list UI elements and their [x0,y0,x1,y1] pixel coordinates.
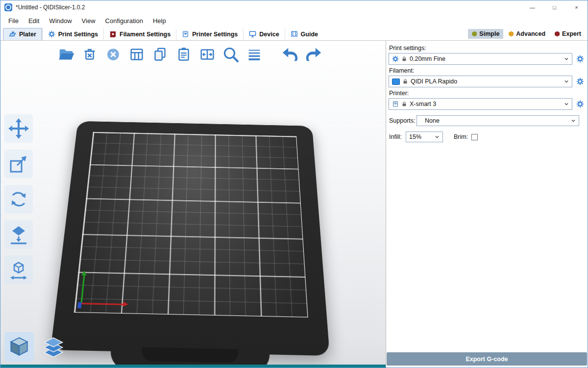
filament-label: Filament: [389,67,585,74]
tab-label: Filament Settings [120,31,171,38]
minimize-button[interactable]: — [521,0,543,14]
supports-combo[interactable]: None [416,115,579,126]
variable-layer-height-button[interactable] [244,44,265,65]
printer-value: X-smart 3 [410,101,562,107]
redo-button[interactable] [303,44,324,65]
gear-icon [576,55,584,63]
open-folder-icon [57,45,75,64]
mode-advanced[interactable]: Advanced [505,29,549,39]
print-settings-value: 0.20mm Fine [410,55,562,62]
simple-mode-icon [472,31,477,37]
tab-print-settings[interactable]: Print Settings [42,28,103,40]
viewport-bottom-strip [0,365,386,368]
plate-handle [109,343,270,368]
plate-frame [50,121,330,356]
copy-button[interactable] [149,44,171,65]
export-gcode-button[interactable]: Export G-code [387,352,587,366]
redo-icon [304,45,323,64]
device-monitor-icon [249,30,256,38]
supports-value: None [425,117,568,124]
printer-gear-button[interactable] [576,100,585,108]
mode-simple[interactable]: Simple [468,29,503,39]
arrange-icon [127,45,146,64]
build-plate[interactable] [52,98,333,368]
tab-label: Guide [301,31,318,38]
maximize-button[interactable]: □ [543,0,565,14]
chevron-down-icon [435,134,440,139]
tab-device[interactable]: Device [243,28,284,40]
mode-switcher: Simple Advanced Expert [468,29,585,40]
rotate-tool-button[interactable] [4,185,33,213]
axis-x-indicator [80,303,126,305]
infill-label: Infill: [389,133,405,140]
print-settings-combo[interactable]: 0.20mm Fine [389,53,572,65]
rotate-icon [7,188,30,210]
chevron-down-icon [564,56,569,61]
main-area: Print settings: 0.20mm Fine Filament: QI… [0,41,588,368]
paste-button[interactable] [173,44,194,65]
supports-label: Supports: [389,117,416,124]
gear-icon [392,55,399,62]
move-icon [7,117,30,140]
gear-icon [48,30,55,38]
mirror-icon [7,259,30,281]
filament-spool-icon [109,30,117,38]
menu-file[interactable]: File [3,17,24,25]
print-settings-gear-button[interactable] [576,54,585,63]
printer-label: Printer: [389,90,585,97]
tab-guide[interactable]: Guide [285,28,323,40]
infill-combo[interactable]: 15% [406,131,443,142]
plate-grid [74,132,308,317]
window-title: *Untitled - QIDISlicer-1.0.2 [16,4,85,11]
printer-row: X-smart 3 [389,98,585,110]
filament-combo[interactable]: QIDI PLA Rapido [389,76,572,87]
settings-sidebar: Print settings: 0.20mm Fine Filament: QI… [386,41,588,368]
mirror-tool-button[interactable] [4,256,33,284]
brim-label: Brim: [454,133,468,140]
tab-plater[interactable]: Plater [3,28,42,40]
copy-icon [151,45,170,64]
move-tool-button[interactable] [4,114,33,143]
menu-edit[interactable]: Edit [24,17,44,25]
place-on-face-tool-button[interactable] [4,220,33,249]
menu-view[interactable]: View [77,17,100,25]
guide-book-icon [291,30,298,38]
open-button[interactable] [55,44,76,65]
print-settings-label: Print settings: [389,45,585,52]
infill-brim-row: Infill: 15% Brim: [389,131,585,142]
supports-row: Supports: None [389,115,585,126]
app-window: *Untitled - QIDISlicer-1.0.2 — □ × File … [0,0,588,368]
split-button[interactable] [196,44,218,65]
layers-preview-button[interactable] [39,332,68,362]
menu-help[interactable]: Help [148,17,171,25]
viewport-3d[interactable] [0,41,386,368]
search-button[interactable] [220,44,241,65]
tab-filament-settings[interactable]: Filament Settings [103,28,176,40]
printer-combo[interactable]: X-smart 3 [389,98,572,110]
axis-origin-indicator [77,302,82,308]
brim-checkbox[interactable] [471,134,478,140]
menu-configuration[interactable]: Configuration [100,17,148,25]
printer-icon [392,101,399,107]
window-controls: — □ × [521,0,588,14]
close-button[interactable]: × [565,0,588,14]
scale-tool-button[interactable] [4,150,33,178]
delete-button[interactable] [79,44,100,65]
plater-icon [9,30,16,38]
variable-layer-height-icon [245,45,264,64]
mode-expert[interactable]: Expert [551,29,585,39]
undo-button[interactable] [279,44,300,65]
infill-value: 15% [409,133,432,140]
arrange-button[interactable] [126,44,147,65]
tab-label: Printer Settings [192,31,238,38]
delete-all-button[interactable] [102,44,123,65]
lock-icon [401,101,407,107]
menu-bar: File Edit Window View Configuration Help [0,14,588,27]
tab-printer-settings[interactable]: Printer Settings [176,28,243,40]
axis-y-indicator [80,273,85,305]
menu-window[interactable]: Window [44,17,76,25]
scale-icon [7,153,30,175]
filament-gear-button[interactable] [576,77,585,86]
tab-label: Print Settings [58,31,98,38]
editor-3d-view-button[interactable] [4,332,34,362]
